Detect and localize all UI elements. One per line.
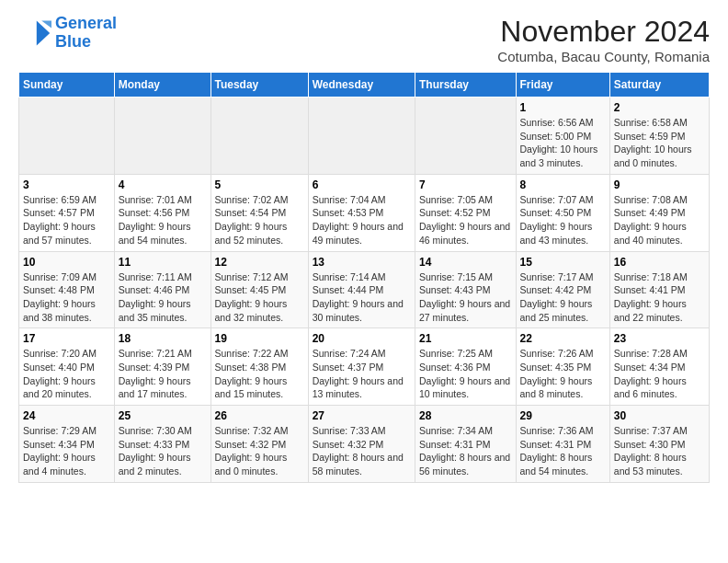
day-info: Sunrise: 7:11 AM Sunset: 4:46 PM Dayligh… xyxy=(119,270,207,325)
week-row-3: 10Sunrise: 7:09 AM Sunset: 4:48 PM Dayli… xyxy=(19,251,710,328)
day-number: 15 xyxy=(520,256,606,269)
day-header-tuesday: Tuesday xyxy=(210,73,308,98)
day-header-wednesday: Wednesday xyxy=(308,73,415,98)
day-number: 28 xyxy=(419,409,512,422)
day-number: 17 xyxy=(23,332,110,345)
day-header-saturday: Saturday xyxy=(609,73,709,98)
calendar-cell: 18Sunrise: 7:21 AM Sunset: 4:39 PM Dayli… xyxy=(114,328,210,406)
day-info: Sunrise: 7:36 AM Sunset: 4:31 PM Dayligh… xyxy=(520,424,606,478)
day-info: Sunrise: 7:09 AM Sunset: 4:48 PM Dayligh… xyxy=(23,270,110,325)
calendar-cell xyxy=(210,98,308,175)
day-number: 13 xyxy=(313,256,411,269)
calendar-cell: 3Sunrise: 6:59 AM Sunset: 4:57 PM Daylig… xyxy=(19,174,115,251)
calendar-cell xyxy=(19,98,115,175)
day-number: 27 xyxy=(313,409,411,422)
day-number: 30 xyxy=(614,409,705,422)
calendar-cell xyxy=(415,98,516,175)
day-info: Sunrise: 7:04 AM Sunset: 4:53 PM Dayligh… xyxy=(313,193,411,247)
week-row-5: 24Sunrise: 7:29 AM Sunset: 4:34 PM Dayli… xyxy=(19,406,710,483)
day-info: Sunrise: 7:33 AM Sunset: 4:32 PM Dayligh… xyxy=(313,424,411,478)
day-info: Sunrise: 7:20 AM Sunset: 4:40 PM Dayligh… xyxy=(23,347,110,401)
day-number: 5 xyxy=(215,178,304,191)
day-number: 20 xyxy=(313,332,411,345)
day-info: Sunrise: 7:18 AM Sunset: 4:41 PM Dayligh… xyxy=(614,270,705,325)
day-info: Sunrise: 7:17 AM Sunset: 4:42 PM Dayligh… xyxy=(520,270,606,325)
calendar-cell: 23Sunrise: 7:28 AM Sunset: 4:34 PM Dayli… xyxy=(609,328,709,406)
day-info: Sunrise: 7:24 AM Sunset: 4:37 PM Dayligh… xyxy=(313,347,411,401)
day-number: 25 xyxy=(119,409,207,422)
calendar-cell: 21Sunrise: 7:25 AM Sunset: 4:36 PM Dayli… xyxy=(415,328,516,406)
header: General Blue November 2024 Cotumba, Baca… xyxy=(18,15,710,64)
day-info: Sunrise: 6:58 AM Sunset: 4:59 PM Dayligh… xyxy=(614,116,705,170)
logo: General Blue xyxy=(18,15,117,52)
logo-line1: General xyxy=(55,14,117,32)
day-info: Sunrise: 7:21 AM Sunset: 4:39 PM Dayligh… xyxy=(119,347,207,401)
calendar-cell: 9Sunrise: 7:08 AM Sunset: 4:49 PM Daylig… xyxy=(609,174,709,251)
logo-text: General Blue xyxy=(55,15,117,52)
day-info: Sunrise: 7:14 AM Sunset: 4:44 PM Dayligh… xyxy=(313,270,411,325)
week-row-1: 1Sunrise: 6:56 AM Sunset: 5:00 PM Daylig… xyxy=(19,98,710,175)
calendar-header-row: SundayMondayTuesdayWednesdayThursdayFrid… xyxy=(19,73,710,98)
day-info: Sunrise: 7:07 AM Sunset: 4:50 PM Dayligh… xyxy=(520,193,606,247)
day-info: Sunrise: 7:29 AM Sunset: 4:34 PM Dayligh… xyxy=(23,424,110,478)
day-info: Sunrise: 7:15 AM Sunset: 4:43 PM Dayligh… xyxy=(419,270,512,325)
day-info: Sunrise: 7:02 AM Sunset: 4:54 PM Dayligh… xyxy=(215,193,304,247)
calendar-cell: 16Sunrise: 7:18 AM Sunset: 4:41 PM Dayli… xyxy=(609,251,709,328)
day-info: Sunrise: 7:34 AM Sunset: 4:31 PM Dayligh… xyxy=(419,424,512,478)
title-block: November 2024 Cotumba, Bacau County, Rom… xyxy=(497,15,710,64)
calendar-cell: 2Sunrise: 6:58 AM Sunset: 4:59 PM Daylig… xyxy=(609,98,709,175)
week-row-4: 17Sunrise: 7:20 AM Sunset: 4:40 PM Dayli… xyxy=(19,328,710,406)
day-header-sunday: Sunday xyxy=(19,73,115,98)
day-number: 19 xyxy=(215,332,304,345)
day-number: 3 xyxy=(23,178,110,191)
calendar-cell: 17Sunrise: 7:20 AM Sunset: 4:40 PM Dayli… xyxy=(19,328,115,406)
calendar-cell: 11Sunrise: 7:11 AM Sunset: 4:46 PM Dayli… xyxy=(114,251,210,328)
calendar-cell: 10Sunrise: 7:09 AM Sunset: 4:48 PM Dayli… xyxy=(19,251,115,328)
calendar-cell: 28Sunrise: 7:34 AM Sunset: 4:31 PM Dayli… xyxy=(415,406,516,483)
day-number: 29 xyxy=(520,409,606,422)
logo-icon xyxy=(18,17,51,50)
day-number: 6 xyxy=(313,178,411,191)
day-number: 2 xyxy=(614,101,705,114)
calendar-cell: 8Sunrise: 7:07 AM Sunset: 4:50 PM Daylig… xyxy=(516,174,609,251)
day-number: 9 xyxy=(614,178,705,191)
calendar-cell: 19Sunrise: 7:22 AM Sunset: 4:38 PM Dayli… xyxy=(210,328,308,406)
day-info: Sunrise: 7:26 AM Sunset: 4:35 PM Dayligh… xyxy=(520,347,606,401)
day-number: 1 xyxy=(520,101,606,114)
day-info: Sunrise: 7:08 AM Sunset: 4:49 PM Dayligh… xyxy=(614,193,705,247)
day-info: Sunrise: 7:28 AM Sunset: 4:34 PM Dayligh… xyxy=(614,347,705,401)
page: General Blue November 2024 Cotumba, Baca… xyxy=(0,0,728,492)
day-header-monday: Monday xyxy=(114,73,210,98)
day-number: 4 xyxy=(119,178,207,191)
day-number: 21 xyxy=(419,332,512,345)
day-number: 23 xyxy=(614,332,705,345)
calendar-cell: 15Sunrise: 7:17 AM Sunset: 4:42 PM Dayli… xyxy=(516,251,609,328)
day-number: 8 xyxy=(520,178,606,191)
day-number: 18 xyxy=(119,332,207,345)
calendar-table: SundayMondayTuesdayWednesdayThursdayFrid… xyxy=(18,72,710,483)
day-header-friday: Friday xyxy=(516,73,609,98)
day-number: 26 xyxy=(215,409,304,422)
logo-line2: Blue xyxy=(55,32,91,51)
calendar-body: 1Sunrise: 6:56 AM Sunset: 5:00 PM Daylig… xyxy=(19,98,710,483)
calendar-cell: 30Sunrise: 7:37 AM Sunset: 4:30 PM Dayli… xyxy=(609,406,709,483)
day-number: 22 xyxy=(520,332,606,345)
day-info: Sunrise: 7:22 AM Sunset: 4:38 PM Dayligh… xyxy=(215,347,304,401)
day-number: 7 xyxy=(419,178,512,191)
subtitle: Cotumba, Bacau County, Romania xyxy=(497,49,710,64)
calendar-cell: 27Sunrise: 7:33 AM Sunset: 4:32 PM Dayli… xyxy=(308,406,415,483)
calendar-cell: 6Sunrise: 7:04 AM Sunset: 4:53 PM Daylig… xyxy=(308,174,415,251)
day-info: Sunrise: 7:30 AM Sunset: 4:33 PM Dayligh… xyxy=(119,424,207,478)
day-number: 12 xyxy=(215,256,304,269)
week-row-2: 3Sunrise: 6:59 AM Sunset: 4:57 PM Daylig… xyxy=(19,174,710,251)
day-info: Sunrise: 7:12 AM Sunset: 4:45 PM Dayligh… xyxy=(215,270,304,325)
calendar-cell: 20Sunrise: 7:24 AM Sunset: 4:37 PM Dayli… xyxy=(308,328,415,406)
day-number: 10 xyxy=(23,256,110,269)
day-info: Sunrise: 6:56 AM Sunset: 5:00 PM Dayligh… xyxy=(520,116,606,170)
calendar-cell: 12Sunrise: 7:12 AM Sunset: 4:45 PM Dayli… xyxy=(210,251,308,328)
day-info: Sunrise: 7:05 AM Sunset: 4:52 PM Dayligh… xyxy=(419,193,512,247)
calendar-cell: 13Sunrise: 7:14 AM Sunset: 4:44 PM Dayli… xyxy=(308,251,415,328)
calendar-cell: 4Sunrise: 7:01 AM Sunset: 4:56 PM Daylig… xyxy=(114,174,210,251)
day-info: Sunrise: 6:59 AM Sunset: 4:57 PM Dayligh… xyxy=(23,193,110,247)
calendar-cell xyxy=(308,98,415,175)
